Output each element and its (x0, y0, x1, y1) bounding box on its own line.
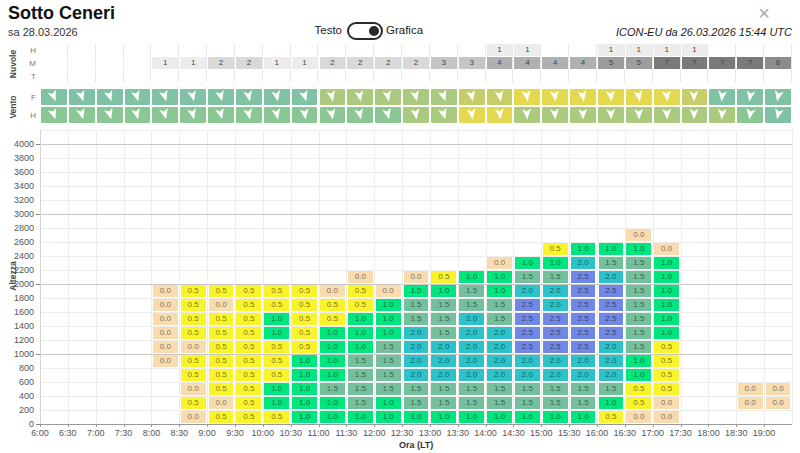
cloud-cell: 1 (598, 44, 624, 56)
x-tick-mark (40, 424, 41, 427)
testo-grafica-toggle[interactable] (347, 22, 383, 40)
thermal-cell: 1.0 (626, 369, 651, 381)
thermal-cell: 1.5 (459, 285, 484, 297)
thermal-cell: 1.5 (431, 299, 456, 311)
thermal-cell: 0.0 (209, 299, 234, 311)
x-tick-mark (68, 424, 69, 427)
thermal-cell: 0.5 (292, 313, 317, 325)
thermal-cell: 0.5 (236, 383, 261, 395)
cloud-cell: 3 (459, 57, 485, 69)
thermal-cell: 2.0 (543, 299, 568, 311)
cloud-cell: 7 (709, 57, 735, 69)
thermal-cell: 0.5 (264, 341, 289, 353)
thermal-cell: 1.5 (459, 383, 484, 395)
thermal-cell: 0.5 (348, 299, 373, 311)
grid-vline (68, 130, 69, 424)
wind-arrow-icon (661, 88, 673, 107)
thermal-cell: 0.5 (209, 355, 234, 367)
thermal-cell: 0.0 (654, 411, 679, 423)
thermal-cell: 0.0 (181, 341, 206, 353)
x-tick-mark (207, 424, 208, 427)
grid-hline (40, 228, 792, 229)
wind-arrow-icon (381, 105, 395, 125)
wind-arrow-icon (158, 105, 172, 125)
thermal-cell: 0.5 (209, 327, 234, 339)
wind-arrow-cell (709, 107, 735, 123)
wind-arrow-icon (214, 87, 228, 107)
wind-arrow-cell (654, 107, 680, 123)
wind-arrow-icon (381, 87, 395, 107)
cloud-cell: 7 (682, 57, 708, 69)
y-tick-label: 3400 (0, 181, 34, 191)
wind-arrow-cell (125, 89, 151, 105)
thermal-cell: 2.0 (404, 369, 429, 381)
cloud-cell-empty (40, 57, 68, 69)
thermal-cell: 0.0 (320, 285, 345, 297)
cloud-cell-empty (263, 44, 291, 56)
thermal-cell: 0.5 (654, 383, 679, 395)
grid-hline (40, 158, 792, 159)
wind-arrow-icon (771, 87, 785, 107)
wind-arrow-cell (347, 89, 373, 105)
thermal-cell: 0.5 (264, 411, 289, 423)
wind-arrow-cell (709, 89, 735, 105)
thermal-cell: 0.0 (376, 285, 401, 297)
thermal-cell: 0.0 (654, 243, 679, 255)
wind-arrow-icon (214, 105, 228, 125)
thermal-cell: 2.5 (599, 299, 624, 311)
forecast-widget: Sotto Ceneri sa 28.03.2026 ICON-EU da 26… (0, 0, 800, 453)
thermal-cell: 2.5 (599, 327, 624, 339)
thermal-cell: 1.0 (292, 397, 317, 409)
wind-arrow-icon (744, 105, 757, 124)
thermal-cell: 2.5 (599, 313, 624, 325)
cloud-cell-empty (736, 44, 764, 56)
thermal-cell: 0.0 (738, 397, 763, 409)
cloud-cell: 5 (626, 57, 652, 69)
thermal-cell: 1.5 (404, 299, 429, 311)
wind-arrow-cell (459, 107, 485, 123)
thermal-cell: 1.0 (320, 411, 345, 423)
wind-arrow-cell (208, 107, 234, 123)
x-tick-mark (541, 424, 542, 427)
wind-arrow-cell (682, 89, 708, 105)
thermal-cell: 1.0 (292, 383, 317, 395)
wind-arrow-icon (689, 88, 700, 106)
thermal-cell: 0.5 (209, 313, 234, 325)
thermal-cell: 1.5 (376, 355, 401, 367)
wind-arrow-icon (716, 88, 728, 107)
thermal-cell: 2.0 (599, 341, 624, 353)
thermal-cell: 1.5 (626, 257, 651, 269)
cloud-cell-empty (151, 44, 179, 56)
cloud-cell-empty (68, 44, 96, 56)
y-tick-label: 600 (0, 377, 34, 387)
thermal-cell: 1.0 (626, 243, 651, 255)
cloud-cell-empty (764, 44, 792, 56)
cloud-cell-empty (681, 70, 709, 82)
wind-arrow-icon (242, 87, 256, 107)
thermal-cell: 2.5 (571, 299, 596, 311)
wind-arrow-icon (771, 105, 785, 125)
wind-arrow-icon (578, 106, 589, 124)
wind-arrow-cell (542, 107, 568, 123)
thermal-cell: 1.0 (404, 411, 429, 423)
cloud-cell-empty (653, 70, 681, 82)
cloud-cell: 4 (514, 57, 540, 69)
thermal-cell: 1.0 (376, 313, 401, 325)
cloud-cell-empty (235, 44, 263, 56)
y-tick-label: 2400 (0, 251, 34, 261)
y-tick-label: 1200 (0, 335, 34, 345)
toggle-label-testo[interactable]: Testo (300, 24, 342, 36)
wind-arrow-icon (74, 105, 89, 125)
cloud-cell-empty (291, 44, 319, 56)
cloud-cell: 7 (654, 57, 680, 69)
thermal-cell: 0.5 (236, 327, 261, 339)
cloud-cell-empty (430, 44, 458, 56)
thermal-cell: 1.5 (599, 383, 624, 395)
wind-arrow-icon (465, 87, 479, 107)
toggle-label-grafica[interactable]: Grafica (386, 24, 423, 36)
wind-arrow-cell (654, 89, 680, 105)
thermal-cell: 0.5 (654, 355, 679, 367)
close-icon[interactable]: × (758, 4, 770, 22)
cloud-cell: 6 (765, 57, 791, 69)
wind-arrow-cell (320, 89, 346, 105)
